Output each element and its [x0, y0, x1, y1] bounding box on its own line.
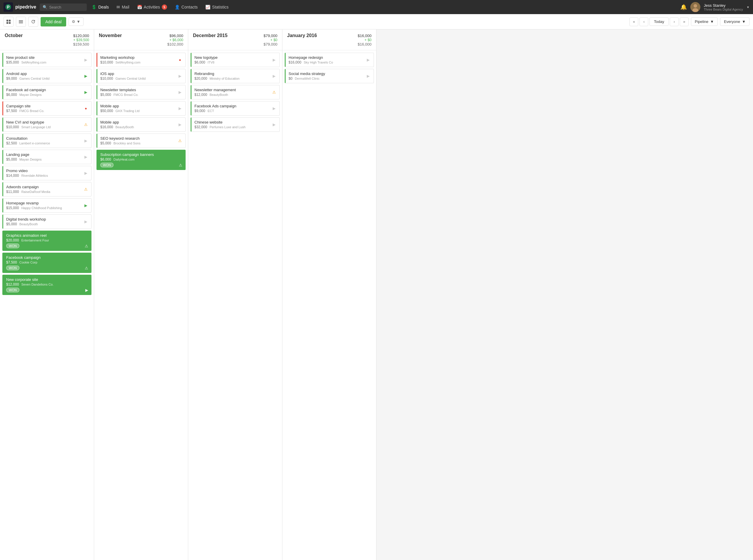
list-view-button[interactable]	[16, 17, 26, 27]
logo[interactable]: P pipedrive	[3, 2, 36, 12]
nav-contacts[interactable]: 👤 Contacts	[171, 3, 201, 11]
svg-rect-8	[9, 22, 11, 24]
deal-card[interactable]: Consultation $2,500 Lambert e-commerce ▶	[2, 134, 92, 148]
deal-card[interactable]: Subscription campaign banners $6,000 Dai…	[97, 150, 185, 170]
deal-value: $2,500	[6, 141, 17, 145]
today-button[interactable]: Today	[650, 17, 669, 26]
deal-action[interactable]: ▶	[83, 89, 89, 95]
deal-card[interactable]: Homepage revamp $15,000 Happy Childhood …	[2, 198, 92, 213]
prev-far-button[interactable]: «	[630, 17, 638, 26]
deal-card[interactable]: Facebook campaign $7,500 Cookie Corp WON…	[2, 253, 92, 273]
svg-rect-5	[6, 20, 8, 21]
won-badge: WON	[6, 288, 19, 292]
column-amount-main: $79,000	[263, 34, 277, 38]
deal-card[interactable]: Digital trends workshop $5,000 BeautyBoo…	[2, 215, 92, 229]
nav-mail[interactable]: ✉ Mail	[113, 3, 133, 11]
deal-action[interactable]: ▶	[83, 73, 89, 79]
prev-button[interactable]: ‹	[639, 17, 648, 26]
deal-action[interactable]: ▶	[177, 89, 183, 95]
deal-title: Promo video	[6, 168, 88, 173]
deal-card[interactable]: Promo video $14,000 Riverdale Athletics …	[2, 166, 92, 180]
board-view-button[interactable]	[3, 17, 14, 27]
deal-action[interactable]: ▶	[177, 105, 183, 112]
everyone-dropdown[interactable]: Everyone ▼	[720, 17, 750, 26]
deal-card[interactable]: New corporate site $12,000 Seven Dandeli…	[2, 275, 92, 295]
deal-title: New logotype	[194, 55, 277, 60]
deal-action[interactable]: ▶	[83, 154, 89, 160]
deal-value: $6,000	[6, 93, 17, 97]
deal-card[interactable]: Android app $9,000 Games Central Unltd ▶	[2, 69, 92, 83]
nav-deals[interactable]: 💲 Deals	[88, 3, 112, 11]
deal-card[interactable]: Social media strategy $0 DermaWell Clini…	[285, 69, 374, 83]
right-controls: Pipeline ▼ Everyone ▼	[691, 17, 750, 26]
deal-action[interactable]: ⚠	[177, 138, 183, 144]
nav-statistics[interactable]: 📈 Statistics	[202, 3, 232, 11]
deal-action[interactable]: ▶	[365, 73, 371, 79]
deal-card[interactable]: Campaign site $7,500 FMCG Bread Co. ●	[2, 101, 92, 116]
search-icon: 🔍	[43, 5, 47, 9]
deal-action[interactable]: ▶	[177, 122, 183, 128]
deal-action[interactable]: ▶	[83, 138, 89, 144]
deal-card[interactable]: Adwords campaign $11,000 RaiseDaRoof Med…	[2, 182, 92, 197]
deal-card[interactable]: New CVI and logotype $10,000 Smart Langu…	[2, 117, 92, 132]
deal-action[interactable]: ⚠	[271, 89, 277, 95]
deal-card[interactable]: Graphics animation reel $20,000 Entertai…	[2, 231, 92, 251]
next-button[interactable]: ›	[670, 17, 679, 26]
deal-company: Happy Childhood Publishing	[21, 206, 62, 210]
deal-action[interactable]: ▶	[177, 73, 183, 79]
deal-card[interactable]: Chinese website $32,000 Perfumes Luxe an…	[191, 117, 280, 132]
deal-value: $12,000	[6, 282, 19, 286]
deal-action[interactable]: ▶	[271, 105, 277, 112]
deal-card[interactable]: iOS app $10,000 Games Central Unltd ▶	[97, 69, 185, 83]
user-dropdown-icon[interactable]: ▼	[747, 5, 750, 9]
deal-action[interactable]: ●	[177, 57, 183, 63]
deal-action[interactable]: ●	[83, 105, 89, 112]
deal-company: SellAnything.com	[115, 61, 140, 64]
deal-card[interactable]: Newsletter templates $5,000 FMCG Bread C…	[97, 85, 185, 99]
deal-company: BeautyBooth	[19, 222, 38, 226]
deal-value: $10,000	[6, 125, 19, 129]
column-december: December 2015 $79,000 + $0 $79,000 New l…	[188, 29, 282, 560]
deal-card[interactable]: Facebook ad campaign $6,000 Mayan Design…	[2, 85, 92, 99]
deal-card[interactable]: Homepage redesign $16,000 Sky High Trave…	[285, 53, 374, 67]
deal-action[interactable]: ▶	[83, 57, 89, 63]
settings-button[interactable]: ⚙ ▼	[68, 17, 83, 26]
add-deal-button[interactable]: Add deal	[41, 17, 66, 26]
deal-action[interactable]: ▶	[83, 219, 89, 225]
deal-card[interactable]: Mobile app $50,000 GHX Trading Ltd ▶	[97, 101, 185, 116]
deal-meta: $0 DermaWell Clinic	[289, 77, 371, 81]
deal-value: $6,000	[194, 60, 205, 64]
deal-title: New CVI and logotype	[6, 120, 88, 124]
deal-action[interactable]: ▶	[271, 73, 277, 79]
column-header-november: November $96,000 + $6,000 $102,000	[94, 29, 188, 50]
deal-card[interactable]: New product site $35,000 SellAnything.co…	[2, 53, 92, 67]
deal-card[interactable]: Marketing workshop $10,000 SellAnything.…	[97, 53, 185, 67]
play-icon: ▶	[84, 74, 87, 78]
deal-action[interactable]: ▶	[83, 203, 89, 208]
deal-action[interactable]: ▶	[83, 170, 89, 176]
deal-card[interactable]: Facebook Ads campaign $9,000 ECT ▶	[191, 101, 280, 116]
deal-company: SellAnything.com	[21, 61, 46, 64]
deal-action[interactable]: ▶	[271, 57, 277, 63]
deal-company: Seven Dandelions Co.	[21, 283, 53, 286]
column-amount-total: $79,000	[263, 42, 277, 46]
refresh-button[interactable]	[28, 17, 38, 27]
deal-card[interactable]: Landing page $5,000 Mayan Designs ▶	[2, 150, 92, 164]
warning-icon: ⚠	[272, 90, 276, 95]
deal-action[interactable]: ⚠	[83, 122, 89, 128]
deal-action[interactable]: ⚠	[83, 186, 89, 192]
deal-card[interactable]: Mobile app $16,000 BeautyBooth ▶	[97, 117, 185, 132]
deal-card[interactable]: Rebranding $20,000 Ministry of Education…	[191, 69, 280, 83]
deal-card[interactable]: New logotype $6,000 ITV8 ▶	[191, 53, 280, 67]
deal-value: $35,000	[6, 60, 19, 64]
deal-action[interactable]: ▶	[365, 57, 371, 63]
deal-card[interactable]: Newsletter management $12,000 BeautyBoot…	[191, 85, 280, 99]
pipeline-dropdown[interactable]: Pipeline ▼	[691, 17, 718, 26]
nav-activities[interactable]: 📅 Activities 5	[134, 3, 171, 12]
deal-action[interactable]: ▶	[271, 122, 277, 128]
search-box[interactable]: 🔍	[40, 3, 87, 11]
next-far-button[interactable]: »	[680, 17, 689, 26]
notification-bell[interactable]: 🔔	[680, 4, 687, 10]
search-input[interactable]	[49, 5, 84, 9]
deal-card[interactable]: SEO keyword research $5,000 Brockley and…	[97, 134, 185, 148]
